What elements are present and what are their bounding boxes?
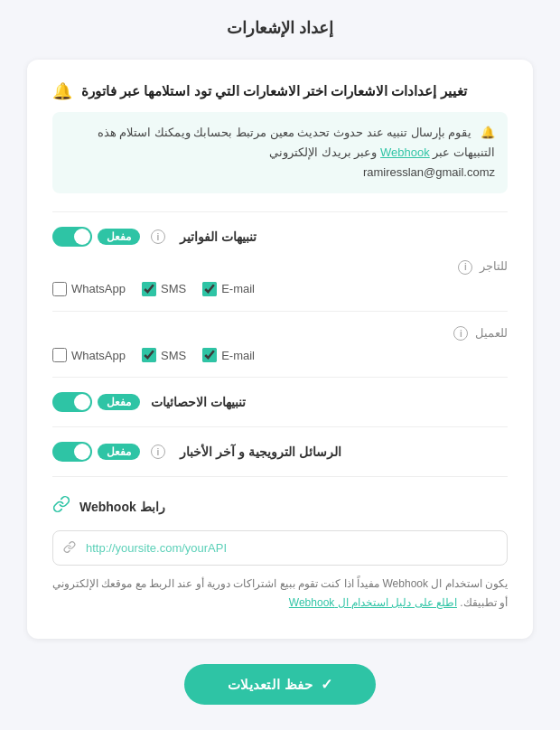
customer-sms-label: SMS [161, 349, 186, 362]
stats-notifications-label: تنبيهات الاحصائيات [151, 395, 246, 409]
save-button-wrap: ✓ حفظ التعديلات [184, 664, 376, 705]
settings-card: تغيير إعدادات الاشعارات اختر الاشعارات ا… [27, 60, 533, 639]
invoice-info-icon[interactable]: i [151, 229, 165, 244]
promo-info-icon[interactable]: i [151, 445, 165, 459]
customer-whatsapp-checkbox[interactable] [52, 348, 67, 362]
stats-toggle-label: مفعل [98, 394, 140, 410]
divider-5 [52, 476, 508, 477]
divider-1 [52, 211, 508, 212]
promo-toggle-label: مفعل [98, 444, 140, 460]
webhook-link[interactable]: Webhook [380, 145, 430, 159]
merchant-whatsapp-item: WhatsApp [52, 282, 126, 296]
invoice-notifications-row: تنبيهات الفواتير i مفعل [52, 227, 508, 247]
divider-2 [52, 311, 508, 312]
card-header-title: تغيير إعدادات الاشعارات اختر الاشعارات ا… [81, 83, 467, 99]
promo-toggle-wrap: مفعل [52, 442, 140, 462]
merchant-sms-label: SMS [161, 282, 186, 295]
bell-icon: 🔔 [52, 81, 72, 101]
promo-toggle[interactable] [52, 442, 92, 462]
info-text2: وعبر بريدك الإلكتروني [269, 145, 377, 159]
merchant-email-item: E-mail [202, 282, 255, 296]
stats-notifications-row: تنبيهات الاحصائيات مفعل [52, 392, 508, 412]
merchant-whatsapp-label: WhatsApp [71, 282, 126, 295]
merchant-email-checkbox[interactable] [202, 282, 217, 296]
save-check-icon: ✓ [321, 676, 332, 693]
merchant-sms-item: SMS [142, 282, 186, 296]
webhook-note: يكون استخدام ال Webhook مفيداً اذا كنت ت… [52, 575, 508, 612]
customer-whatsapp-item: WhatsApp [52, 348, 126, 362]
merchant-channels: E-mail SMS WhatsApp [52, 282, 508, 296]
merchant-label: للتاجر i [52, 259, 508, 275]
webhook-input[interactable] [52, 530, 508, 566]
customer-email-label: E-mail [221, 349, 255, 362]
webhook-input-wrap [52, 530, 508, 566]
customer-info-icon[interactable]: i [453, 326, 468, 341]
customer-sms-item: SMS [142, 348, 186, 362]
customer-channels: E-mail SMS WhatsApp [52, 348, 508, 362]
info-icon: 🔔 [481, 126, 495, 139]
merchant-email-label: E-mail [221, 282, 255, 295]
save-button-label: حفظ التعديلات [228, 677, 313, 693]
invoice-toggle[interactable] [52, 227, 92, 247]
merchant-info-icon[interactable]: i [458, 260, 472, 275]
stats-toggle-wrap: مفعل [52, 392, 140, 412]
save-button[interactable]: ✓ حفظ التعديلات [184, 664, 376, 705]
customer-label: للعميل i [52, 326, 508, 342]
invoice-toggle-wrap: مفعل [52, 227, 140, 247]
customer-email-item: E-mail [202, 348, 255, 362]
webhook-row: رابط Webhook [52, 495, 508, 518]
invoice-toggle-label: مفعل [98, 229, 140, 245]
divider-4 [52, 426, 508, 427]
link-icon [63, 540, 76, 556]
webhook-icon [52, 495, 70, 518]
invoice-notifications-label: تنبيهات الفواتير [180, 229, 257, 244]
divider-3 [52, 377, 508, 378]
customer-sms-checkbox[interactable] [142, 348, 156, 362]
webhook-note-link[interactable]: اطلع على دليل استخدام ال Webhook [289, 596, 457, 609]
customer-email-checkbox[interactable] [202, 348, 217, 362]
info-box: 🔔 يقوم بإرسال تنبيه عند حدوث تحديث معين … [52, 112, 508, 193]
stats-toggle[interactable] [52, 392, 92, 412]
merchant-whatsapp-checkbox[interactable] [52, 282, 67, 296]
webhook-title: رابط Webhook [79, 500, 165, 514]
merchant-sms-checkbox[interactable] [142, 282, 156, 296]
customer-whatsapp-label: WhatsApp [71, 349, 126, 362]
page-title: إعداد الإشعارات [0, 18, 560, 38]
card-header: تغيير إعدادات الاشعارات اختر الاشعارات ا… [52, 81, 508, 101]
info-email: ramiresslan@gmail.comz [363, 165, 495, 179]
promo-notifications-label: الرسائل الترويجية و آخر الأخبار [180, 445, 341, 459]
promo-notifications-row: الرسائل الترويجية و آخر الأخبار i مفعل [52, 442, 508, 462]
